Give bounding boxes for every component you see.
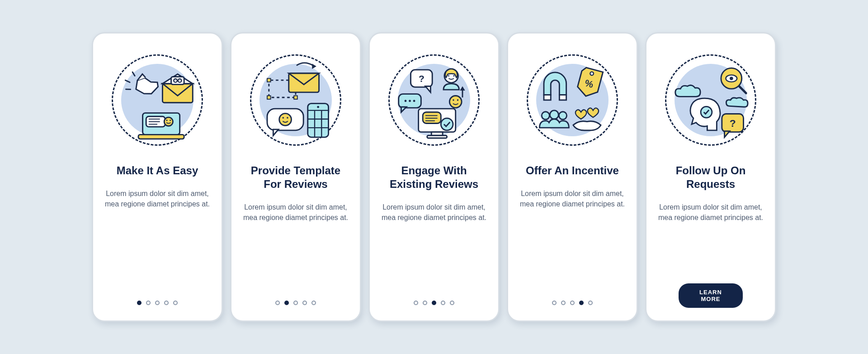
svg-text:?: ? xyxy=(730,117,736,129)
onboarding-screen-easy: Make It As Easy Lorem ipsum dolor sit di… xyxy=(92,32,223,322)
svg-point-44 xyxy=(405,100,407,102)
svg-marker-71 xyxy=(725,131,730,137)
illustration-container xyxy=(248,53,343,148)
svg-line-68 xyxy=(739,86,746,93)
dot-1[interactable] xyxy=(552,301,557,305)
dot-3[interactable] xyxy=(293,301,298,305)
dot-3[interactable] xyxy=(432,301,436,305)
svg-rect-16 xyxy=(267,78,271,82)
card-description: Lorem ipsum dolor sit dim amet, mea regi… xyxy=(241,202,350,223)
pagination-dots xyxy=(231,301,360,305)
svg-point-58 xyxy=(590,72,594,76)
onboarding-screen-engage: ? xyxy=(368,32,500,322)
svg-point-25 xyxy=(279,114,292,126)
illustration-container: % xyxy=(525,53,620,148)
svg-text:?: ? xyxy=(419,73,425,84)
dot-2[interactable] xyxy=(146,301,151,305)
svg-point-67 xyxy=(730,77,733,80)
learn-more-button[interactable]: LEARN MORE xyxy=(679,283,743,308)
illustration-container: ? xyxy=(663,53,758,148)
svg-point-49 xyxy=(457,99,458,100)
svg-point-10 xyxy=(166,120,167,121)
onboarding-screen-template: Provide Template For Reviews Lorem ipsum… xyxy=(230,32,361,322)
dot-3[interactable] xyxy=(570,301,575,305)
card-title: Engage With Existing Reviews xyxy=(380,164,488,191)
onboarding-screen-incentive: % Offer An Incentive Lorem i xyxy=(507,32,638,322)
illustration-container xyxy=(110,53,205,148)
dot-4[interactable] xyxy=(441,301,445,305)
svg-point-40 xyxy=(453,75,454,77)
svg-point-26 xyxy=(283,117,284,118)
card-title: Offer An Incentive xyxy=(526,164,619,177)
card-title: Provide Template For Reviews xyxy=(241,164,350,191)
svg-rect-28 xyxy=(308,104,329,137)
magnet-discount-people-icon: % xyxy=(525,50,620,150)
dot-5[interactable] xyxy=(173,301,178,305)
svg-point-34 xyxy=(317,106,319,108)
svg-point-45 xyxy=(409,100,411,102)
svg-point-9 xyxy=(164,117,173,126)
head-search-question-icon: ? xyxy=(663,50,758,150)
dot-5[interactable] xyxy=(450,301,454,305)
svg-point-11 xyxy=(170,120,171,121)
dot-3[interactable] xyxy=(155,301,160,305)
card-description: Lorem ipsum dolor sit dim amet, mea regi… xyxy=(103,188,212,209)
svg-marker-41 xyxy=(460,86,465,91)
card-title: Follow Up On Requests xyxy=(656,164,765,191)
svg-point-62 xyxy=(542,112,549,120)
dot-1[interactable] xyxy=(414,301,418,305)
svg-marker-43 xyxy=(401,107,406,112)
dot-5[interactable] xyxy=(311,301,316,305)
card-description: Lorem ipsum dolor sit dim amet, mea regi… xyxy=(518,188,627,209)
dot-2[interactable] xyxy=(423,301,427,305)
pagination-dots xyxy=(93,301,222,305)
svg-rect-61 xyxy=(559,95,566,100)
svg-point-46 xyxy=(413,100,415,102)
dot-4[interactable] xyxy=(579,301,584,305)
svg-point-47 xyxy=(449,96,462,108)
pagination-dots xyxy=(370,301,498,305)
dot-2[interactable] xyxy=(561,301,566,305)
dot-2[interactable] xyxy=(284,301,289,305)
svg-rect-60 xyxy=(544,95,551,100)
svg-point-63 xyxy=(550,110,558,119)
dot-1[interactable] xyxy=(137,301,142,305)
svg-point-48 xyxy=(453,99,454,100)
dot-4[interactable] xyxy=(164,301,169,305)
card-title: Make It As Easy xyxy=(117,164,198,177)
card-description: Lorem ipsum dolor sit dim amet, mea regi… xyxy=(380,202,488,223)
chat-person-monitor-icon: ? xyxy=(387,50,481,150)
svg-marker-36 xyxy=(425,86,430,92)
svg-point-39 xyxy=(448,75,449,77)
card-description: Lorem ipsum dolor sit dim amet, mea regi… xyxy=(656,202,765,223)
illustration-container: ? xyxy=(387,53,481,148)
svg-rect-7 xyxy=(138,134,184,139)
dot-5[interactable] xyxy=(588,301,593,305)
onboarding-screen-followup: ? Follow Up On Requests Lorem ipsum dolo… xyxy=(645,32,776,322)
svg-point-64 xyxy=(559,112,566,120)
envelope-smiley-phone-icon xyxy=(248,50,343,150)
dot-1[interactable] xyxy=(275,301,280,305)
svg-rect-18 xyxy=(267,96,271,99)
svg-rect-19 xyxy=(294,96,297,99)
svg-rect-52 xyxy=(427,135,447,138)
svg-marker-22 xyxy=(312,64,316,69)
tap-email-laptop-icon xyxy=(110,50,205,150)
svg-marker-24 xyxy=(273,129,278,135)
pagination-dots xyxy=(508,301,637,305)
dot-4[interactable] xyxy=(302,301,307,305)
svg-point-27 xyxy=(287,117,288,118)
svg-point-57 xyxy=(441,118,453,130)
